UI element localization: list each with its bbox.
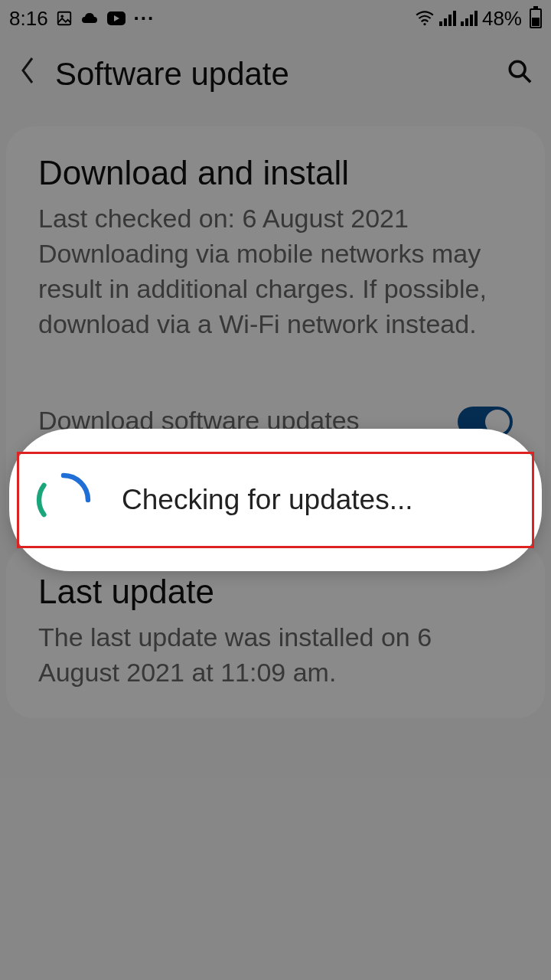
dialog-highlight-box: Checking for updates...: [17, 452, 534, 548]
loading-spinner-icon: [33, 469, 94, 531]
checking-updates-dialog: Checking for updates...: [9, 429, 542, 571]
dialog-message: Checking for updates...: [122, 484, 413, 516]
